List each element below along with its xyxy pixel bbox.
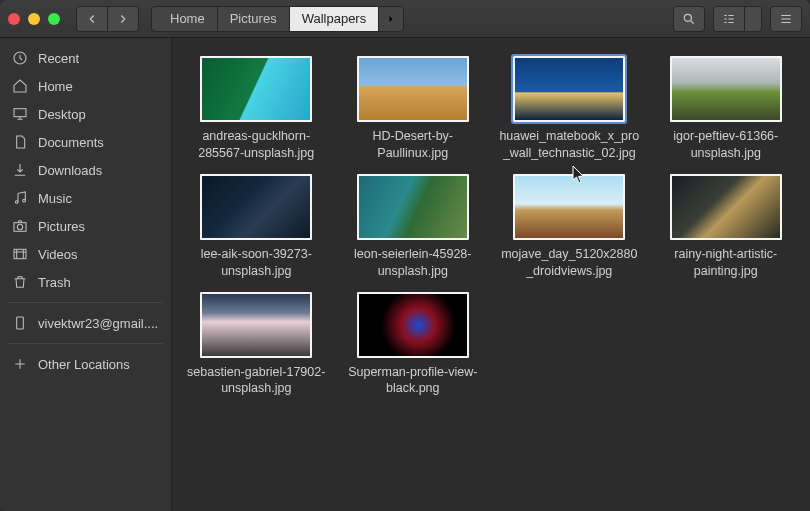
sidebar-item-label: vivektwr23@gmail.... xyxy=(38,316,158,331)
list-icon xyxy=(722,12,736,26)
minimize-icon[interactable] xyxy=(28,13,40,25)
chevron-left-icon xyxy=(85,12,99,26)
file-thumbnail xyxy=(200,292,312,358)
file-thumbnail xyxy=(513,174,625,240)
breadcrumb-descend[interactable] xyxy=(378,6,404,32)
file-thumbnail xyxy=(513,56,625,122)
file-thumbnail xyxy=(357,56,469,122)
breadcrumb: Home Pictures Wallpapers xyxy=(151,6,404,32)
sidebar-item-label: Documents xyxy=(38,135,104,150)
svg-point-0 xyxy=(684,14,691,21)
file-item[interactable]: leon-seierlein-45928-unsplash.jpg xyxy=(343,174,483,280)
sidebar-item-documents[interactable]: Documents xyxy=(0,128,171,156)
file-item[interactable]: andreas-gucklhorn-285567-unsplash.jpg xyxy=(186,56,326,162)
clock-icon xyxy=(12,50,28,66)
phone-icon xyxy=(12,315,28,331)
file-item[interactable]: lee-aik-soon-39273-unsplash.jpg xyxy=(186,174,326,280)
content-area[interactable]: andreas-gucklhorn-285567-unsplash.jpgHD-… xyxy=(172,38,810,511)
window-controls xyxy=(8,13,60,25)
hamburger-icon xyxy=(779,12,793,26)
sidebar-item-label: Videos xyxy=(38,247,78,262)
sidebar-item-label: Recent xyxy=(38,51,79,66)
hamburger-menu-button[interactable] xyxy=(770,6,802,32)
svg-rect-2 xyxy=(14,109,26,117)
sidebar-item-account[interactable]: vivektwr23@gmail.... xyxy=(0,309,171,337)
download-icon xyxy=(12,162,28,178)
titlebar: Home Pictures Wallpapers xyxy=(0,0,810,38)
music-icon xyxy=(12,190,28,206)
breadcrumb-pictures[interactable]: Pictures xyxy=(217,6,289,32)
search-button[interactable] xyxy=(673,6,705,32)
sidebar-item-label: Pictures xyxy=(38,219,85,234)
file-label: andreas-gucklhorn-285567-unsplash.jpg xyxy=(186,128,326,162)
file-item[interactable]: sebastien-gabriel-17902-unsplash.jpg xyxy=(186,292,326,398)
sidebar-item-other-locations[interactable]: Other Locations xyxy=(0,350,171,378)
file-thumbnail xyxy=(200,56,312,122)
sidebar-item-label: Desktop xyxy=(38,107,86,122)
view-dropdown-button[interactable] xyxy=(744,6,762,32)
sidebar-item-pictures[interactable]: Pictures xyxy=(0,212,171,240)
file-item[interactable]: Superman-profile-view-black.png xyxy=(343,292,483,398)
close-icon[interactable] xyxy=(8,13,20,25)
sidebar-item-label: Downloads xyxy=(38,163,102,178)
file-thumbnail xyxy=(357,292,469,358)
chevron-right-icon xyxy=(385,13,397,25)
file-item[interactable]: rainy-night-artistic-painting.jpg xyxy=(656,174,796,280)
maximize-icon[interactable] xyxy=(48,13,60,25)
file-thumbnail xyxy=(200,174,312,240)
file-label: igor-peftiev-61366-unsplash.jpg xyxy=(656,128,796,162)
svg-rect-7 xyxy=(14,249,26,258)
sidebar-item-trash[interactable]: Trash xyxy=(0,268,171,296)
chevron-right-icon xyxy=(116,12,130,26)
sidebar-item-videos[interactable]: Videos xyxy=(0,240,171,268)
view-controls xyxy=(713,6,762,32)
file-label: leon-seierlein-45928-unsplash.jpg xyxy=(343,246,483,280)
file-thumbnail xyxy=(670,174,782,240)
window-body: Recent Home Desktop Documents Downloads … xyxy=(0,38,810,511)
sidebar-item-label: Trash xyxy=(38,275,71,290)
sidebar: Recent Home Desktop Documents Downloads … xyxy=(0,38,172,511)
breadcrumb-label: Pictures xyxy=(230,11,277,26)
file-item[interactable]: igor-peftiev-61366-unsplash.jpg xyxy=(656,56,796,162)
home-icon xyxy=(12,78,28,94)
camera-icon xyxy=(12,218,28,234)
file-label: Superman-profile-view-black.png xyxy=(343,364,483,398)
sidebar-item-music[interactable]: Music xyxy=(0,184,171,212)
forward-button[interactable] xyxy=(107,6,139,32)
sidebar-item-downloads[interactable]: Downloads xyxy=(0,156,171,184)
sidebar-item-home[interactable]: Home xyxy=(0,72,171,100)
documents-icon xyxy=(12,134,28,150)
file-label: lee-aik-soon-39273-unsplash.jpg xyxy=(186,246,326,280)
file-thumbnail xyxy=(670,56,782,122)
svg-point-6 xyxy=(17,224,22,229)
file-label: sebastien-gabriel-17902-unsplash.jpg xyxy=(186,364,326,398)
breadcrumb-home[interactable]: Home xyxy=(151,6,217,32)
file-item[interactable]: huawei_matebook_x_pro_wall_technastic_02… xyxy=(499,56,639,162)
svg-rect-8 xyxy=(17,317,24,329)
file-thumbnail xyxy=(357,174,469,240)
file-label: HD-Desert-by-Paullinux.jpg xyxy=(343,128,483,162)
sidebar-item-label: Home xyxy=(38,79,73,94)
back-button[interactable] xyxy=(76,6,107,32)
search-icon xyxy=(682,12,696,26)
sidebar-item-label: Music xyxy=(38,191,72,206)
breadcrumb-label: Wallpapers xyxy=(302,11,367,26)
plus-icon xyxy=(12,356,28,372)
sidebar-separator xyxy=(8,302,163,303)
file-manager-window: Home Pictures Wallpapers xyxy=(0,0,810,511)
file-item[interactable]: mojave_day_5120x2880_droidviews.jpg xyxy=(499,174,639,280)
desktop-icon xyxy=(12,106,28,122)
file-label: huawei_matebook_x_pro_wall_technastic_02… xyxy=(499,128,639,162)
svg-point-4 xyxy=(23,199,26,202)
video-icon xyxy=(12,246,28,262)
sidebar-item-desktop[interactable]: Desktop xyxy=(0,100,171,128)
file-item[interactable]: HD-Desert-by-Paullinux.jpg xyxy=(343,56,483,162)
file-label: rainy-night-artistic-painting.jpg xyxy=(656,246,796,280)
sidebar-item-recent[interactable]: Recent xyxy=(0,44,171,72)
sidebar-separator xyxy=(8,343,163,344)
view-list-button[interactable] xyxy=(713,6,744,32)
breadcrumb-wallpapers[interactable]: Wallpapers xyxy=(289,6,379,32)
sidebar-item-label: Other Locations xyxy=(38,357,130,372)
file-label: mojave_day_5120x2880_droidviews.jpg xyxy=(499,246,639,280)
nav-back-forward xyxy=(76,6,139,32)
